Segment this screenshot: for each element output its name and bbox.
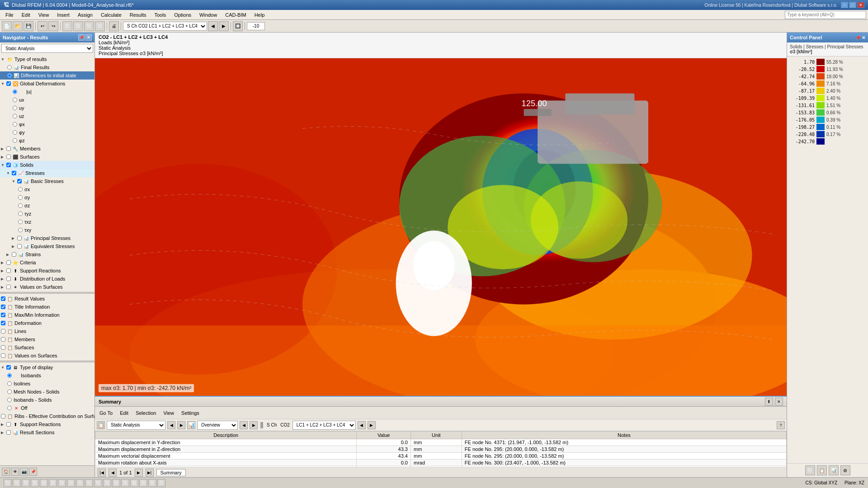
status-btn-5[interactable]: ⬜ [40,479,48,487]
tree-sigma-z[interactable]: σz [0,202,94,210]
tree-global-deformations[interactable]: ▼ 🔀 Global Deformations [0,80,94,88]
cp-icon-3[interactable]: 📊 [829,465,839,475]
status-btn-15[interactable]: ⬜ [130,479,138,487]
tree-members-disp[interactable]: 📋 Members [0,335,94,343]
check-criteria[interactable] [6,260,11,265]
radio-txz[interactable] [18,220,23,224]
radio-uz[interactable] [13,114,17,118]
check-principal[interactable] [17,236,22,240]
radio-isobands-solids[interactable] [7,398,12,402]
check-values-on-surf[interactable] [1,353,5,358]
next-page-button[interactable]: ▶ [177,421,185,429]
status-btn-10[interactable]: ⬜ [85,479,93,487]
check-values-surf[interactable] [6,285,11,289]
tree-sigma-y[interactable]: σy [0,193,94,202]
status-btn-16[interactable]: ⬜ [139,479,147,487]
tree-values-surfaces[interactable]: ▶ ✴ Values on Surfaces [0,283,94,291]
undo-button[interactable]: ↩ [38,21,47,31]
close-summary-button[interactable]: ✕ [775,398,783,406]
radio-isobands[interactable] [7,373,12,378]
check-dist-loads[interactable] [6,277,11,281]
cp-icon-4[interactable]: ⚙ [840,465,850,475]
table-row[interactable]: Maximum displacement in Z-direction43.3m… [95,446,787,453]
menu-help[interactable]: Help [251,11,269,19]
tree-isobands-solids[interactable]: Isobands - Solids [0,396,94,404]
tree-tau-yz[interactable]: τyz [0,210,94,218]
analysis-combo[interactable]: Static Analysis [107,421,165,430]
menu-options[interactable]: Options [170,11,195,19]
radio-diff[interactable] [7,73,12,78]
tree-values-on-surfaces[interactable]: 📋 Values on Surfaces [0,352,94,360]
tree-sigma-x[interactable]: σx [0,185,94,193]
next-page-btn[interactable]: ▶ [135,469,143,477]
radio-u[interactable] [13,89,17,94]
tree-support-reactions-bottom[interactable]: ▶ ⬆ Support Reactions [0,420,94,428]
radio-phiz[interactable] [13,138,17,143]
summary-tab[interactable]: Summary [156,469,186,476]
check-surfaces[interactable] [6,155,11,159]
tree-mesh-nodes-solids[interactable]: Mesh Nodes - Solids [0,388,94,396]
tree-final-results[interactable]: 📊 Final Results [0,63,94,71]
check-type-display[interactable] [6,365,11,370]
tree-distribution-loads[interactable]: ▶ ⬇ Distribution of Loads [0,275,94,283]
menu-settings[interactable]: Settings [179,409,202,417]
radio-phix[interactable] [13,122,17,127]
prev-page-button[interactable]: ◀ [167,421,175,429]
tree-members[interactable]: ▶ 🔧 Members [0,145,94,153]
tree-phix[interactable]: φx [0,120,94,128]
menu-edit-sum[interactable]: Edit [117,409,131,417]
menu-insert[interactable]: Insert [53,11,73,19]
status-btn-2[interactable]: ⬜ [13,479,21,487]
status-btn-4[interactable]: ⬜ [31,479,39,487]
minimize-button[interactable]: − [841,2,848,8]
tree-uy[interactable]: uy [0,104,94,112]
check-maxmin[interactable] [1,313,5,317]
radio-mesh-nodes[interactable] [7,389,12,394]
next-load-button[interactable]: ▶ [368,421,376,429]
summary-header-controls[interactable]: ⬆ ✕ [765,398,783,406]
radio-tyz[interactable] [18,211,23,216]
status-btn-9[interactable]: ⬜ [76,479,84,487]
check-stresses[interactable] [12,171,16,175]
tree-result-values[interactable]: 📋 Result Values [0,295,94,303]
tree-off[interactable]: ✕ Off [0,404,94,412]
status-btn-11[interactable]: ⬜ [94,479,102,487]
nav-pin-button[interactable]: 📌 [78,34,85,41]
status-btn-1[interactable]: ⬜ [4,479,12,487]
print-button[interactable]: 🖨 [109,21,119,31]
tree-phiz[interactable]: φz [0,136,94,145]
tree-maxmin-info[interactable]: 📋 Max/Min Information [0,311,94,319]
nav-header-controls[interactable]: 📌 ✕ [78,34,92,41]
tree-solids[interactable]: ▼ 🧊 Solids [0,161,94,169]
next-result-button[interactable]: ▶ [219,21,229,31]
tree-isolines[interactable]: Isolines [0,380,94,388]
tree-result-sections[interactable]: ▶ 📊 Result Sections [0,428,94,436]
next-view-button[interactable]: ▶ [250,421,258,429]
tree-u-total[interactable]: |u| [0,88,94,96]
check-lines[interactable] [1,329,5,333]
status-btn-12[interactable]: ⬜ [103,479,111,487]
open-button[interactable]: 📂 [13,21,23,31]
tree-type-display[interactable]: ▼ 🖥 Type of display [0,363,94,371]
radio-uy[interactable] [13,106,17,110]
menu-edit[interactable]: Edit [18,11,34,19]
maximize-button[interactable]: □ [849,2,856,8]
tree-stresses[interactable]: ▼ 📈 Stresses [0,169,94,177]
menu-file[interactable]: File [2,11,17,19]
menu-goto[interactable]: Go To [97,409,115,417]
check-surfaces-disp[interactable] [1,345,5,350]
table-row[interactable]: Maximum rotation about X-axis0.0mradFE n… [95,460,787,466]
check-basic[interactable] [17,179,22,183]
last-page-button[interactable]: ▶| [146,469,154,477]
tree-type-of-results[interactable]: ▼ 📁 Type of results [0,55,94,63]
menu-assign[interactable]: Assign [74,11,96,19]
tree-basic-stresses[interactable]: ▼ 📊 Basic Stresses [0,177,94,185]
nav-combo[interactable]: Static Analysis [1,44,93,53]
radio-sx[interactable] [18,187,23,192]
close-button[interactable]: ✕ [857,2,864,8]
tree-principal-stresses[interactable]: ▶ 📊 Principal Stresses [0,234,94,242]
status-btn-18[interactable]: ⬜ [157,479,165,487]
tree-title-info[interactable]: 📋 Title Information [0,303,94,311]
load-combo[interactable]: LC1 + LC2 + LC3 + LC4 [292,421,356,430]
menu-window[interactable]: Window [196,11,221,19]
